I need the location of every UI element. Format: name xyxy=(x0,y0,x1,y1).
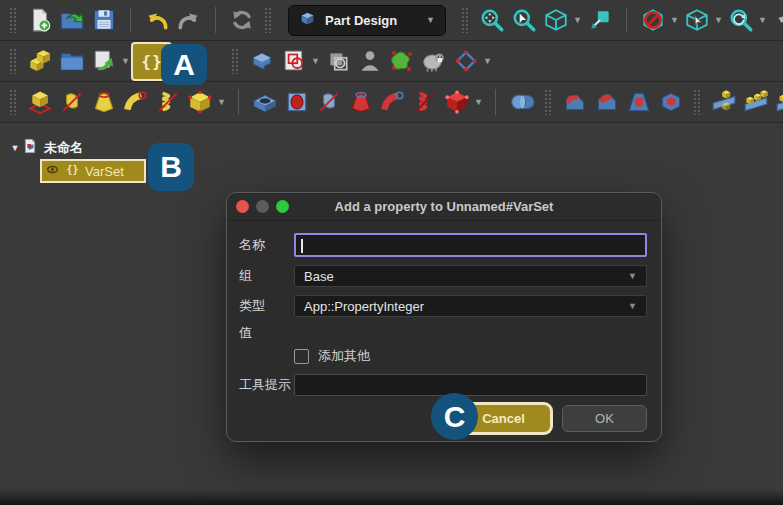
tree-item-varset[interactable]: {} VarSet xyxy=(40,159,146,183)
dropdown-arrow-icon[interactable]: ▼ xyxy=(669,15,680,25)
polar-pattern-icon xyxy=(775,89,783,115)
make-link-button[interactable] xyxy=(89,45,119,77)
type-combobox[interactable]: App::PropertyInteger ▼ xyxy=(294,295,647,317)
property-name-input[interactable] xyxy=(294,233,647,257)
additive-pipe-button[interactable] xyxy=(121,86,151,118)
clone-button[interactable] xyxy=(419,45,449,77)
refresh-button[interactable] xyxy=(227,4,257,36)
new-document-button[interactable] xyxy=(25,4,55,36)
toolbar-drag-handle[interactable] xyxy=(231,48,240,74)
file-toolbar-row: Part Design▼▼▼▼▼ xyxy=(0,0,783,41)
box-selection-button[interactable] xyxy=(682,4,712,36)
pocket-button[interactable] xyxy=(250,86,280,118)
person-icon xyxy=(357,48,383,74)
thickness-button[interactable] xyxy=(656,86,686,118)
linear-pattern-icon xyxy=(743,89,769,115)
additive-pipe-icon xyxy=(123,89,149,115)
create-part-button[interactable] xyxy=(25,45,55,77)
redo-icon xyxy=(176,7,202,33)
polar-pattern-button[interactable] xyxy=(773,86,783,118)
maximize-button[interactable] xyxy=(276,200,289,213)
isometric-view-button[interactable] xyxy=(541,4,571,36)
mirrored-button[interactable] xyxy=(709,86,739,118)
linear-pattern-button[interactable] xyxy=(741,86,771,118)
undo-button[interactable] xyxy=(142,4,172,36)
workbench-selector[interactable]: Part Design▼ xyxy=(288,5,446,36)
subtractive-primitive-button[interactable] xyxy=(442,86,472,118)
toolbar-drag-handle[interactable] xyxy=(544,89,553,115)
dropdown-arrow-icon[interactable]: ▼ xyxy=(713,15,724,25)
close-button[interactable] xyxy=(236,200,249,213)
create-sketch-button[interactable] xyxy=(279,45,309,77)
additive-primitive-icon xyxy=(187,89,213,115)
undo-icon xyxy=(144,7,170,33)
pad-button[interactable] xyxy=(25,86,55,118)
fillet-button[interactable] xyxy=(560,86,590,118)
subtractive-loft-button[interactable] xyxy=(346,86,376,118)
shapebinder-icon xyxy=(389,48,415,74)
toolbar-drag-handle[interactable] xyxy=(461,7,470,33)
dropdown-arrow-icon[interactable]: ▼ xyxy=(473,97,484,107)
additive-helix-button[interactable] xyxy=(153,86,183,118)
partdesign-toolbar-row: ▼▼ xyxy=(0,82,783,123)
tooltip-input[interactable] xyxy=(294,374,647,396)
person-button[interactable] xyxy=(355,45,385,77)
dropdown-arrow-icon[interactable]: ▼ xyxy=(310,56,321,66)
shapebinder-button[interactable] xyxy=(387,45,417,77)
chamfer-button[interactable] xyxy=(592,86,622,118)
dropdown-arrow-icon[interactable]: ▼ xyxy=(120,56,131,66)
dropdown-arrow-icon[interactable]: ▼ xyxy=(757,15,768,25)
hole-icon xyxy=(284,89,310,115)
make-link-icon xyxy=(91,48,117,74)
zoom-fit-all-icon xyxy=(479,7,505,33)
mirrored-icon xyxy=(711,89,737,115)
toolbar-drag-handle[interactable] xyxy=(264,7,273,33)
additive-primitive-button[interactable] xyxy=(185,86,215,118)
create-group-button[interactable] xyxy=(57,45,87,77)
zoom-fit-all-button[interactable] xyxy=(477,4,507,36)
toolbar-drag-handle[interactable] xyxy=(9,7,18,33)
expand-caret-icon[interactable]: ▼ xyxy=(8,143,22,153)
toolbar-separator xyxy=(626,7,627,33)
tree-item-document[interactable]: ▼ 未命名 xyxy=(0,137,146,158)
ok-button[interactable]: OK xyxy=(562,405,647,432)
draft-button[interactable] xyxy=(624,86,654,118)
save-document-button[interactable] xyxy=(89,4,119,36)
group-combobox[interactable]: Base ▼ xyxy=(294,265,647,287)
tooltip-field-label: 工具提示 xyxy=(239,376,294,394)
add-more-checkbox[interactable] xyxy=(294,349,309,364)
create-body-button[interactable] xyxy=(247,45,277,77)
create-datum-button[interactable] xyxy=(451,45,481,77)
map-sketch-button[interactable] xyxy=(323,45,353,77)
clone-icon xyxy=(421,48,447,74)
open-document-icon xyxy=(59,7,85,33)
subtractive-helix-button[interactable] xyxy=(410,86,440,118)
boolean-operation-button[interactable] xyxy=(507,86,537,118)
subtractive-pipe-button[interactable] xyxy=(378,86,408,118)
clipping-plane-button[interactable] xyxy=(638,4,668,36)
revolution-button[interactable] xyxy=(57,86,87,118)
groove-button[interactable] xyxy=(314,86,344,118)
toolbar-drag-handle[interactable] xyxy=(9,48,18,74)
dropdown-arrow-icon[interactable]: ▼ xyxy=(216,97,227,107)
tree-item-label: 未命名 xyxy=(44,139,83,157)
toolbar-separator xyxy=(495,89,496,115)
dropdown-arrow-icon[interactable]: ▼ xyxy=(572,15,583,25)
toolbar-drag-handle[interactable] xyxy=(9,89,18,115)
group-combobox-value: Base xyxy=(304,269,334,284)
dialog-titlebar[interactable]: Add a property to Unnamed#VarSet xyxy=(227,193,661,221)
pad-icon xyxy=(27,89,53,115)
minimize-button[interactable] xyxy=(256,200,269,213)
subtractive-loft-icon xyxy=(348,89,374,115)
dropdown-arrow-icon[interactable]: ▼ xyxy=(482,56,493,66)
measure-button[interactable] xyxy=(770,4,783,36)
zoom-selection-button[interactable] xyxy=(509,4,539,36)
open-document-button[interactable] xyxy=(57,4,87,36)
zoom-persistent-button[interactable] xyxy=(726,4,756,36)
toolbar-drag-handle[interactable] xyxy=(693,89,702,115)
sync-view-button[interactable] xyxy=(585,4,615,36)
redo-button[interactable] xyxy=(174,4,204,36)
add-more-checkbox-label: 添加其他 xyxy=(318,347,370,365)
additive-loft-button[interactable] xyxy=(89,86,119,118)
hole-button[interactable] xyxy=(282,86,312,118)
